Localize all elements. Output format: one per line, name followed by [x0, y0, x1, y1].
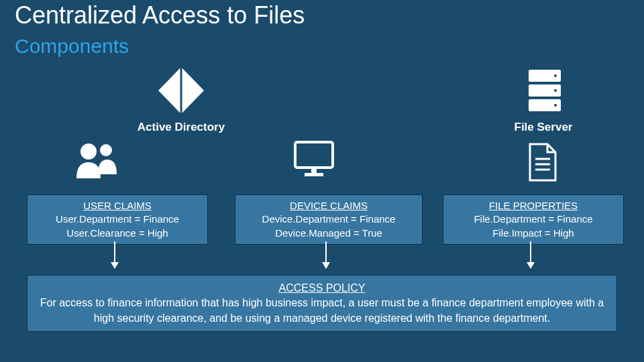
svg-rect-12	[311, 169, 317, 173]
arrow-down-icon	[114, 241, 115, 268]
file-properties-header: FILE PROPERTIES	[446, 199, 621, 213]
svg-rect-11	[295, 142, 333, 168]
file-server-label: File Server	[483, 121, 604, 134]
document-icon	[526, 143, 559, 182]
svg-point-9	[80, 143, 97, 160]
svg-marker-1	[158, 67, 181, 114]
monitor-icon	[294, 141, 334, 178]
access-policy-header: ACCESS POLICY	[40, 281, 604, 296]
slide-subtitle: Components	[15, 35, 129, 58]
file-server-icon	[525, 67, 565, 114]
file-properties-line: File.Impact = High	[446, 227, 621, 240]
file-properties-line: File.Department = Finance	[446, 213, 621, 226]
user-claims-line: User.Department = Finance	[30, 213, 205, 226]
svg-rect-13	[305, 173, 323, 176]
svg-point-8	[554, 104, 557, 107]
svg-point-7	[554, 89, 557, 92]
arrow-down-icon	[530, 241, 531, 268]
svg-point-10	[100, 144, 112, 156]
slide-title: Centralized Access to Files	[15, 1, 305, 29]
access-policy-box: ACCESS POLICY For access to finance info…	[27, 275, 617, 332]
user-claims-line: User.Clearance = High	[30, 227, 205, 240]
access-policy-body: For access to finance information that h…	[40, 296, 604, 326]
device-claims-box: DEVICE CLAIMS Device.Department = Financ…	[235, 194, 423, 245]
user-claims-header: USER CLAIMS	[30, 199, 205, 213]
file-properties-box: FILE PROPERTIES File.Department = Financ…	[443, 194, 624, 245]
device-claims-line: Device.Department = Finance	[238, 213, 419, 226]
device-claims-line: Device.Managed = True	[238, 227, 419, 240]
users-icon	[74, 139, 121, 180]
arrow-down-icon	[325, 241, 327, 268]
device-claims-header: DEVICE CLAIMS	[238, 199, 419, 213]
svg-marker-0	[181, 67, 204, 114]
svg-point-6	[554, 74, 557, 77]
user-claims-box: USER CLAIMS User.Department = Finance Us…	[27, 194, 208, 245]
active-directory-label: Active Directory	[114, 121, 248, 134]
active-directory-icon	[154, 67, 208, 114]
